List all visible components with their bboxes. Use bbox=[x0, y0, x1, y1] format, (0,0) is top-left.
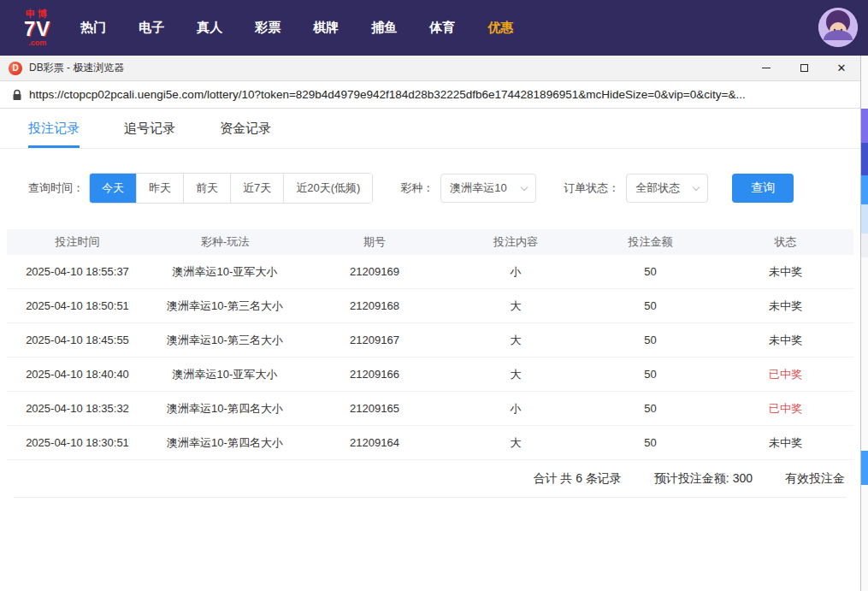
column-header-4: 投注内容 bbox=[447, 234, 584, 250]
maximize-button[interactable] bbox=[785, 56, 823, 81]
bet-amount: 50 bbox=[584, 334, 717, 346]
lottery-play: 澳洲幸运10-第四名大小 bbox=[148, 435, 302, 451]
bet-content: 小 bbox=[447, 264, 584, 280]
logo-text-main: 7V bbox=[24, 19, 50, 39]
tab-1[interactable]: 投注记录 bbox=[28, 109, 80, 148]
table-row: 2025-04-10 18:50:51澳洲幸运10-第三名大小21209168大… bbox=[7, 289, 853, 323]
nav-item-6[interactable]: 捕鱼 bbox=[371, 20, 397, 36]
bet-status: 未中奖 bbox=[717, 333, 854, 348]
bet-status: 已中奖 bbox=[717, 401, 854, 417]
issue-number: 21209165 bbox=[302, 402, 447, 415]
time-option-5[interactable]: 近20天(低频) bbox=[284, 174, 372, 203]
site-logo[interactable]: 申博 7V .com bbox=[24, 9, 50, 47]
nav-item-2[interactable]: 电子 bbox=[139, 20, 164, 36]
lottery-play: 澳洲幸运10-亚军大小 bbox=[148, 264, 302, 280]
bet-status: 未中奖 bbox=[717, 298, 854, 314]
bet-status: 未中奖 bbox=[717, 435, 854, 451]
issue-number: 21209167 bbox=[302, 334, 447, 346]
lottery-select-label: 彩种： bbox=[400, 180, 434, 196]
minimize-icon bbox=[762, 68, 771, 68]
table-body: 2025-04-10 18:55:37澳洲幸运10-亚军大小21209169小5… bbox=[7, 255, 853, 460]
site-favicon-icon: D bbox=[9, 62, 22, 75]
time-filter-label: 查询时间： bbox=[28, 180, 84, 196]
summary-valid-amount: 有效投注金 bbox=[785, 471, 845, 487]
tabs: 投注记录追号记录资金记录 bbox=[0, 109, 860, 149]
bet-status: 已中奖 bbox=[717, 367, 854, 382]
bet-content: 大 bbox=[447, 298, 584, 314]
time-option-3[interactable]: 前天 bbox=[184, 174, 231, 203]
browser-titlebar: D DB彩票 - 极速浏览器 ✕ bbox=[0, 56, 860, 81]
summary-bar: 合计 共 6 条记录 预计投注金额: 300 有效投注金 bbox=[14, 460, 847, 498]
bet-content: 大 bbox=[447, 333, 584, 348]
nav-item-8[interactable]: 优惠 bbox=[487, 20, 513, 36]
url-text[interactable]: https://ctopcp02pcali.uengi5e.com/lotter… bbox=[29, 88, 848, 101]
tab-3[interactable]: 资金记录 bbox=[220, 109, 271, 148]
bet-content: 小 bbox=[447, 401, 584, 417]
avatar-image bbox=[818, 8, 858, 47]
lock-icon bbox=[12, 89, 22, 101]
table-row: 2025-04-10 18:55:37澳洲幸运10-亚军大小21209169小5… bbox=[7, 255, 853, 289]
bet-time: 2025-04-10 18:35:32 bbox=[7, 402, 148, 415]
time-option-1[interactable]: 今天 bbox=[90, 174, 137, 203]
summary-total: 合计 共 6 条记录 bbox=[533, 471, 621, 487]
bet-time: 2025-04-10 18:30:51 bbox=[7, 436, 148, 449]
close-button[interactable]: ✕ bbox=[823, 56, 860, 81]
lottery-play: 澳洲幸运10-第四名大小 bbox=[148, 401, 302, 417]
time-filter-group: 今天昨天前天近7天近20天(低频) bbox=[89, 173, 373, 204]
window-controls: ✕ bbox=[747, 56, 860, 81]
close-icon: ✕ bbox=[837, 62, 847, 74]
lottery-play: 澳洲幸运10-第三名大小 bbox=[148, 333, 302, 348]
status-select-label: 订单状态： bbox=[564, 180, 619, 196]
bet-content: 大 bbox=[447, 435, 584, 451]
nav-item-5[interactable]: 棋牌 bbox=[313, 20, 339, 36]
bet-amount: 50 bbox=[584, 368, 717, 381]
bet-time: 2025-04-10 18:40:40 bbox=[7, 368, 148, 381]
issue-number: 21209166 bbox=[302, 368, 447, 381]
issue-number: 21209169 bbox=[302, 265, 447, 278]
nav-item-1[interactable]: 热门 bbox=[80, 20, 106, 36]
bet-amount: 50 bbox=[584, 299, 717, 312]
column-header-3: 期号 bbox=[302, 234, 447, 250]
page-edge-segment bbox=[861, 109, 868, 143]
page-edge-segment bbox=[861, 451, 868, 485]
page-edge-segment bbox=[861, 175, 868, 204]
column-header-1: 投注时间 bbox=[7, 234, 148, 250]
chevron-down-icon bbox=[693, 183, 700, 190]
logo-text-bottom: .com bbox=[28, 39, 46, 47]
summary-expected-amount: 预计投注金额: 300 bbox=[654, 471, 753, 487]
browser-urlbar[interactable]: https://ctopcp02pcali.uengi5e.com/lotter… bbox=[0, 81, 860, 109]
column-header-5: 投注金额 bbox=[584, 234, 717, 250]
minimize-button[interactable] bbox=[747, 56, 785, 81]
bet-amount: 50 bbox=[584, 436, 717, 449]
table-row: 2025-04-10 18:35:32澳洲幸运10-第四名大小21209165小… bbox=[7, 392, 853, 426]
bet-status: 未中奖 bbox=[717, 264, 854, 280]
query-button[interactable]: 查询 bbox=[732, 174, 794, 203]
table-row: 2025-04-10 18:30:51澳洲幸运10-第四名大小21209164大… bbox=[7, 426, 853, 460]
filter-bar: 查询时间： 今天昨天前天近7天近20天(低频) 彩种： 澳洲幸运10 订单状态：… bbox=[0, 173, 860, 204]
time-option-2[interactable]: 昨天 bbox=[137, 174, 184, 203]
bet-amount: 50 bbox=[584, 402, 717, 415]
lottery-select-value: 澳洲幸运10 bbox=[450, 180, 506, 196]
table-row: 2025-04-10 18:40:40澳洲幸运10-亚军大小21209166大5… bbox=[7, 358, 853, 392]
lottery-play: 澳洲幸运10-亚军大小 bbox=[148, 367, 302, 382]
page-edge-segment bbox=[861, 143, 868, 175]
bet-amount: 50 bbox=[584, 265, 717, 278]
lottery-play: 澳洲幸运10-第三名大小 bbox=[148, 298, 302, 314]
order-status-select[interactable]: 全部状态 bbox=[626, 174, 708, 203]
nav-item-3[interactable]: 真人 bbox=[197, 20, 222, 36]
nav-item-4[interactable]: 彩票 bbox=[255, 20, 280, 36]
column-header-6: 状态 bbox=[717, 234, 854, 250]
tab-2[interactable]: 追号记录 bbox=[124, 109, 175, 148]
bet-content: 大 bbox=[447, 367, 584, 382]
browser-window: D DB彩票 - 极速浏览器 ✕ https://ctopcp02pcali.u… bbox=[0, 56, 861, 591]
nav-item-7[interactable]: 体育 bbox=[429, 20, 455, 36]
status-select-value: 全部状态 bbox=[635, 180, 680, 196]
site-topbar: 申博 7V .com 热门电子真人彩票棋牌捕鱼体育优惠 bbox=[0, 0, 868, 56]
user-avatar[interactable] bbox=[818, 8, 858, 47]
page-edge-segment bbox=[861, 233, 868, 257]
time-option-4[interactable]: 近7天 bbox=[231, 174, 284, 203]
column-header-2: 彩种-玩法 bbox=[148, 234, 302, 250]
issue-number: 21209164 bbox=[302, 436, 447, 449]
lottery-select[interactable]: 澳洲幸运10 bbox=[440, 174, 536, 203]
site-nav: 热门电子真人彩票棋牌捕鱼体育优惠 bbox=[64, 20, 529, 36]
